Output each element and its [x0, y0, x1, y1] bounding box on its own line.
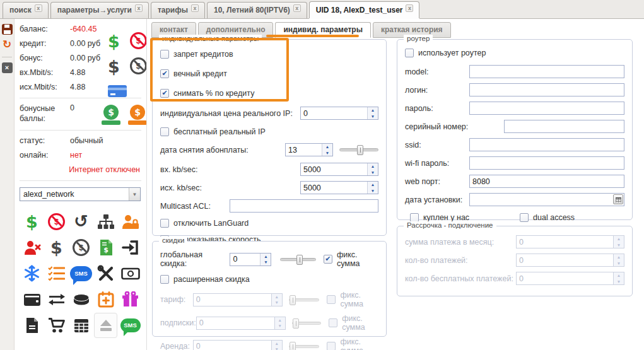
document-icon[interactable]	[20, 312, 44, 338]
wifi-password-label: wi-fi пароль:	[405, 159, 469, 168]
bonus-add-green-icon[interactable]: $	[102, 105, 120, 125]
rent-discount-label: Аренда:	[160, 342, 193, 350]
install-date-input[interactable]	[469, 193, 624, 206]
tab-individual-params[interactable]: индивид. параметры	[275, 22, 370, 38]
out-speed-input[interactable]	[301, 182, 367, 194]
user-remove-icon[interactable]	[20, 235, 44, 260]
spinner-arrows-icon[interactable]: ▲▼	[367, 182, 378, 194]
rent-discount-spinner: ▲▼	[193, 340, 283, 350]
history-icon[interactable]: ↺	[69, 209, 93, 235]
coins-icon[interactable]	[69, 286, 93, 312]
ssid-input[interactable]	[469, 138, 624, 151]
cash-icon[interactable]	[118, 260, 143, 286]
password-label: пароль:	[405, 104, 469, 113]
fee-date-input[interactable]	[286, 144, 322, 156]
schedule-icon[interactable]	[69, 312, 93, 338]
free-ip-checkbox[interactable]	[160, 127, 169, 136]
invoice-icon[interactable]: $	[93, 235, 118, 260]
tab-tariffs[interactable]: тарифы x	[151, 2, 205, 18]
dollar-green-icon[interactable]: $	[20, 209, 44, 235]
network-map-icon[interactable]	[93, 209, 118, 235]
network-select[interactable]: alexd_network ▼	[20, 187, 141, 201]
close-icon[interactable]: x	[135, 4, 143, 12]
dual-access-checkbox[interactable]	[520, 213, 529, 222]
divider	[20, 180, 141, 181]
extended-discount-label: расширенная скидка	[173, 275, 250, 284]
global-fix-checkbox[interactable]	[324, 255, 332, 264]
rent-discount-input[interactable]	[194, 341, 271, 350]
transfer-icon[interactable]	[44, 286, 69, 312]
user-lock-icon[interactable]	[118, 209, 143, 235]
calendar-add-icon[interactable]	[93, 286, 118, 312]
tab-params-services[interactable]: параметры→услуги x	[50, 2, 149, 18]
login-input[interactable]	[469, 83, 624, 96]
ip-price-input[interactable]	[301, 107, 367, 119]
dollar-blocked-gray-icon[interactable]: $	[69, 235, 93, 260]
eject-icon[interactable]	[93, 312, 118, 338]
monthly-payment-input[interactable]	[517, 236, 613, 248]
tariff-list-icon[interactable]	[44, 260, 69, 286]
subscriptions-discount-label: подписки:	[160, 318, 196, 327]
bank-card-icon[interactable]	[108, 85, 127, 97]
spinner-arrows-icon[interactable]: ▲▼	[260, 254, 271, 265]
serial-input[interactable]	[504, 120, 624, 133]
balance-label: баланс:	[20, 25, 70, 33]
save-icon[interactable]	[2, 24, 13, 35]
tab-search[interactable]: поиск x	[3, 2, 49, 18]
tools-icon[interactable]	[93, 260, 118, 286]
login-as-user-icon[interactable]	[118, 235, 143, 260]
spinner-arrows-icon[interactable]: ▲▼	[322, 144, 332, 156]
uses-router-checkbox[interactable]	[405, 49, 414, 57]
spinner-arrows-icon[interactable]: ▲▼	[367, 107, 378, 119]
monthly-payment-spinner: ▲▼	[516, 235, 624, 248]
chevron-down-icon[interactable]: ▼	[129, 188, 140, 201]
eternal-credit-checkbox[interactable]	[160, 69, 169, 78]
model-input[interactable]	[469, 65, 624, 78]
subscriptions-discount-input[interactable]	[197, 317, 274, 329]
no-credit-checkbox[interactable]	[160, 50, 169, 59]
extended-discount-checkbox[interactable]	[160, 275, 169, 284]
close-icon[interactable]: x	[293, 4, 301, 12]
multicast-input[interactable]	[230, 199, 378, 213]
wifi-password-input[interactable]	[469, 156, 624, 170]
password-input[interactable]	[469, 102, 624, 115]
calendar-picker-icon[interactable]	[613, 194, 623, 204]
close-icon[interactable]: x	[406, 4, 413, 12]
free-payments-count-input[interactable]	[517, 272, 613, 284]
freeze-icon[interactable]	[20, 260, 44, 286]
gift-icon[interactable]	[118, 286, 143, 312]
tab-user-alexd[interactable]: UID 18, AlexD_test_user x	[309, 1, 420, 18]
payments-count-input[interactable]	[517, 254, 613, 266]
global-discount-slider[interactable]	[280, 258, 316, 261]
bought-here-checkbox[interactable]	[410, 213, 419, 222]
global-discount-input[interactable]	[230, 254, 260, 265]
wallet-icon[interactable]	[20, 286, 44, 312]
balance-value: -640.45	[70, 25, 97, 33]
sms-green-icon[interactable]: SMS	[118, 312, 143, 338]
close-icon[interactable]: x	[35, 4, 42, 12]
spinner-arrows-icon[interactable]: ▲▼	[367, 163, 378, 175]
fieldset-legend: скидки	[159, 236, 187, 244]
refresh-icon[interactable]: ↻	[2, 40, 13, 50]
add-payment-icon[interactable]: $	[108, 32, 120, 51]
credit-percent-checkbox[interactable]	[160, 89, 169, 98]
web-port-input[interactable]	[469, 175, 624, 188]
fee-date-slider[interactable]	[339, 148, 378, 151]
tab-label: тарифы	[158, 6, 188, 15]
sms-blue-icon[interactable]: SMS	[69, 260, 93, 286]
no-payment-gray-icon[interactable]: $	[130, 57, 147, 74]
payment-gray-icon[interactable]: $	[108, 57, 120, 76]
languard-checkbox[interactable]	[160, 219, 169, 228]
bonus-add-orange-icon[interactable]: $	[128, 105, 147, 125]
in-speed-spinner: ▲▼	[300, 163, 378, 176]
tariff-discount-input[interactable]	[194, 294, 271, 306]
in-speed-input[interactable]	[301, 163, 367, 175]
close-icon[interactable]: x	[191, 4, 199, 12]
internet-off-alert: Интернет отключен	[20, 165, 146, 174]
block-payment-icon[interactable]: $	[130, 32, 147, 49]
dollar-gray-icon[interactable]: $	[44, 235, 69, 260]
close-panel-icon[interactable]: ×	[2, 62, 13, 73]
shop-cart-icon[interactable]	[44, 312, 69, 338]
dollar-blocked-red-icon[interactable]: $	[44, 209, 69, 235]
tab-tariff-letnij[interactable]: 10, Летний 80(IPTV6) x	[207, 2, 307, 18]
